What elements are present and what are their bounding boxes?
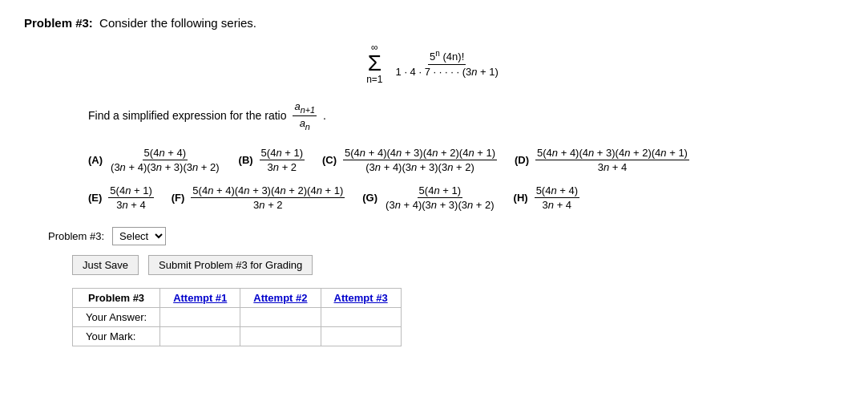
choice-C-denom: (3n + 4)(3n + 3)(3n + 2) bbox=[364, 160, 476, 173]
attempt1-mark bbox=[160, 327, 240, 346]
sigma-block: ∞ Σ n=1 bbox=[366, 43, 382, 84]
submit-button[interactable]: Submit Problem #3 for Grading bbox=[148, 255, 313, 275]
answer-select[interactable]: Select A B C D E F G H bbox=[112, 227, 166, 245]
choices-row-1: (A) 5(4n + 4) (3n + 4)(3n + 3)(3n + 2) (… bbox=[88, 147, 844, 173]
choice-D-denom: 3n + 4 bbox=[596, 160, 629, 173]
attempt2-answer bbox=[240, 308, 321, 327]
choice-H-label: (H) bbox=[514, 192, 528, 204]
ratio-fraction: an+1 an bbox=[293, 100, 317, 131]
choices-container: (A) 5(4n + 4) (3n + 4)(3n + 3)(3n + 2) (… bbox=[88, 147, 844, 211]
choice-C-label: (C) bbox=[322, 154, 337, 166]
table-row-mark: Your Mark: bbox=[73, 327, 402, 346]
choice-D-numer: 5(4n + 4)(4n + 3)(4n + 2)(4n + 1) bbox=[535, 147, 689, 160]
attempts-table: Problem #3 Attempt #1 Attempt #2 Attempt… bbox=[72, 288, 402, 346]
choice-A-denom: (3n + 4)(3n + 3)(3n + 2) bbox=[109, 160, 221, 173]
choice-G: (G) 5(4n + 1) (3n + 4)(3n + 3)(3n + 2) bbox=[362, 184, 497, 211]
choice-B-denom: 3n + 2 bbox=[266, 160, 299, 173]
sigma-symbol: Σ bbox=[368, 52, 382, 75]
ratio-period: . bbox=[323, 109, 326, 122]
choice-C: (C) 5(4n + 4)(4n + 3)(4n + 2)(4n + 1) (3… bbox=[322, 147, 499, 173]
choice-H-denom: 3n + 4 bbox=[541, 198, 574, 211]
table-header-problem: Problem #3 bbox=[73, 289, 160, 308]
choice-A-numer: 5(4n + 4) bbox=[143, 147, 188, 160]
problem-description: Consider the following series. bbox=[99, 16, 256, 30]
choice-A: (A) 5(4n + 4) (3n + 4)(3n + 3)(3n + 2) bbox=[88, 147, 223, 173]
choice-H-fraction: 5(4n + 4) 3n + 4 bbox=[535, 184, 579, 211]
attempt3-mark bbox=[321, 327, 401, 346]
choice-B: (B) 5(4n + 1) 3n + 2 bbox=[239, 147, 306, 173]
choice-B-numer: 5(4n + 1) bbox=[260, 147, 305, 160]
attempt1-answer bbox=[160, 308, 240, 327]
choice-G-numer: 5(4n + 1) bbox=[418, 184, 462, 198]
ratio-text: Find a simplified expression for the rat… bbox=[88, 109, 286, 122]
series-formula: ∞ Σ n=1 5n (4n)! 1 · 4 · 7 · · · · · (3n… bbox=[24, 43, 844, 84]
choice-G-label: (G) bbox=[362, 192, 377, 204]
series-fraction: 5n (4n)! 1 · 4 · 7 · · · · · (3n + 1) bbox=[394, 49, 500, 77]
choice-D-label: (D) bbox=[515, 154, 529, 166]
choice-E-fraction: 5(4n + 1) 3n + 4 bbox=[108, 184, 153, 211]
answer-row-label: Your Answer: bbox=[73, 308, 160, 327]
ratio-denom: an bbox=[298, 116, 312, 132]
series-numerator: 5n (4n)! bbox=[428, 49, 466, 64]
choice-F-numer: 5(4n + 4)(4n + 3)(4n + 2)(4n + 1) bbox=[191, 184, 345, 198]
problem-label: Problem #3: bbox=[24, 16, 93, 30]
choice-E-label: (E) bbox=[88, 192, 102, 204]
choice-E-numer: 5(4n + 1) bbox=[108, 184, 153, 198]
ratio-instruction: Find a simplified expression for the rat… bbox=[88, 100, 844, 131]
choice-B-fraction: 5(4n + 1) 3n + 2 bbox=[260, 147, 305, 173]
sigma-bottom: n=1 bbox=[366, 75, 382, 84]
buttons-row: Just Save Submit Problem #3 for Grading bbox=[72, 255, 844, 275]
attempt2-mark bbox=[240, 327, 321, 346]
choice-H-numer: 5(4n + 4) bbox=[535, 184, 579, 198]
choice-F-fraction: 5(4n + 4)(4n + 3)(4n + 2)(4n + 1) 3n + 2 bbox=[191, 184, 345, 211]
choice-E: (E) 5(4n + 1) 3n + 4 bbox=[88, 184, 155, 211]
mark-row-label: Your Mark: bbox=[73, 327, 160, 346]
choice-C-numer: 5(4n + 4)(4n + 3)(4n + 2)(4n + 1) bbox=[343, 147, 497, 160]
choice-F: (F) 5(4n + 4)(4n + 3)(4n + 2)(4n + 1) 3n… bbox=[172, 184, 347, 211]
save-button[interactable]: Just Save bbox=[72, 255, 139, 275]
choice-F-label: (F) bbox=[172, 192, 185, 204]
answer-label: Problem #3: bbox=[48, 230, 104, 242]
choice-E-denom: 3n + 4 bbox=[115, 198, 147, 211]
attempt3-answer bbox=[321, 308, 401, 327]
choice-C-fraction: 5(4n + 4)(4n + 3)(4n + 2)(4n + 1) (3n + … bbox=[343, 147, 497, 173]
table-header-attempt3[interactable]: Attempt #3 bbox=[321, 289, 401, 308]
ratio-numer: an+1 bbox=[293, 100, 317, 116]
choice-A-label: (A) bbox=[88, 154, 103, 166]
choices-row-2: (E) 5(4n + 1) 3n + 4 (F) 5(4n + 4)(4n + … bbox=[88, 184, 844, 211]
choice-H: (H) 5(4n + 4) 3n + 4 bbox=[514, 184, 581, 211]
choice-D-fraction: 5(4n + 4)(4n + 3)(4n + 2)(4n + 1) 3n + 4 bbox=[535, 147, 689, 173]
choice-B-label: (B) bbox=[239, 154, 253, 166]
table-header-attempt2[interactable]: Attempt #2 bbox=[240, 289, 321, 308]
choice-D: (D) 5(4n + 4)(4n + 3)(4n + 2)(4n + 1) 3n… bbox=[515, 147, 691, 173]
choice-G-fraction: 5(4n + 1) (3n + 4)(3n + 3)(3n + 2) bbox=[384, 184, 496, 211]
choice-F-denom: 3n + 2 bbox=[252, 198, 285, 211]
table-row-answer: Your Answer: bbox=[73, 308, 402, 327]
table-header-attempt1[interactable]: Attempt #1 bbox=[160, 289, 240, 308]
answer-row: Problem #3: Select A B C D E F G H bbox=[48, 227, 844, 245]
choice-A-fraction: 5(4n + 4) (3n + 4)(3n + 3)(3n + 2) bbox=[109, 147, 221, 173]
choice-G-denom: (3n + 4)(3n + 3)(3n + 2) bbox=[384, 198, 496, 211]
problem-title: Problem #3: Consider the following serie… bbox=[24, 16, 844, 30]
series-denominator: 1 · 4 · 7 · · · · · (3n + 1) bbox=[394, 65, 500, 78]
